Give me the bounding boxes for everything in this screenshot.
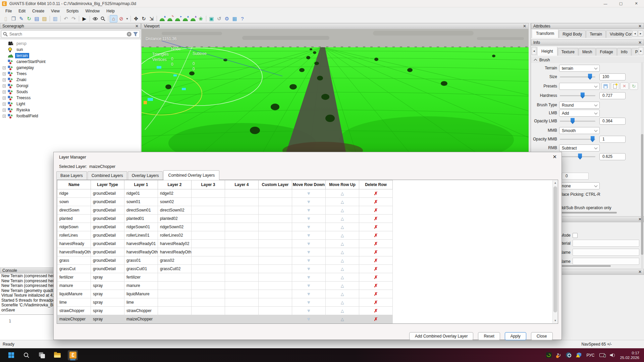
info-tab-scroll-left[interactable]: ◄ (532, 47, 536, 55)
menu-help[interactable]: Help (103, 8, 118, 14)
move-row-up-cell[interactable]: △ (326, 282, 359, 290)
tab-terrain[interactable]: Terrain (586, 30, 606, 38)
scenegraph-item-Znaki[interactable]: +Znaki (0, 77, 141, 83)
scenegraph-item-gameplay[interactable]: +gameplay (0, 65, 141, 71)
move-row-down-cell[interactable]: ▼ (292, 265, 326, 273)
move-down-icon[interactable]: ▼ (307, 283, 311, 288)
close-icon[interactable]: ✕ (135, 24, 139, 28)
scenegraph-item-persp[interactable]: persp (0, 41, 141, 47)
expander-plus-icon[interactable]: + (3, 90, 6, 94)
task-view-button[interactable] (37, 350, 47, 360)
rmb-dropdown[interactable]: Subtract (559, 144, 600, 152)
expander-plus-icon[interactable]: + (3, 115, 6, 118)
delete-row-icon[interactable]: ✗ (374, 207, 378, 213)
expander-plus-icon[interactable]: + (3, 66, 6, 69)
preset-save-button[interactable] (601, 82, 610, 90)
move-row-up-cell[interactable]: △ (326, 307, 359, 315)
move-up-icon[interactable]: △ (341, 216, 344, 221)
move-row-up-cell[interactable]: △ (326, 290, 359, 298)
table-row[interactable]: sowngroundDetailsown01sown02▼△✗ (57, 198, 393, 206)
maximize-button[interactable]: ▢ (613, 0, 629, 7)
brush-section-header[interactable]: Brush (531, 57, 644, 63)
start-button[interactable] (6, 350, 16, 360)
move-row-down-cell[interactable]: ▼ (292, 282, 326, 290)
tab-scroll-right-icon[interactable]: ► (638, 31, 643, 37)
delete-row-icon[interactable]: ✗ (374, 241, 378, 246)
terrain-dropdown[interactable]: terrain (559, 65, 600, 72)
clear-search-icon[interactable]: ✕ (127, 32, 131, 37)
scenegraph-item-Light[interactable]: +Light (0, 101, 141, 107)
no-render-icon[interactable]: ⊘ (117, 15, 125, 22)
delete-row-cell[interactable]: ✗ (359, 273, 393, 282)
move-down-icon[interactable]: ▼ (307, 241, 311, 246)
move-down-icon[interactable]: ▼ (307, 216, 311, 221)
expander-plus-icon[interactable]: + (3, 109, 6, 112)
tab-height[interactable]: Height (537, 47, 557, 56)
scenegraph-item-terrain[interactable]: terrain (0, 53, 141, 59)
move-up-icon[interactable]: △ (341, 275, 344, 280)
undo-icon[interactable]: ↶ (62, 15, 70, 22)
delete-row-icon[interactable]: ✗ (374, 216, 378, 221)
rotate-tool-icon[interactable]: ↻ (140, 15, 148, 22)
foliage-paint-icon[interactable]: ▲ (181, 15, 189, 22)
camera-home-icon[interactable]: ⌂ (110, 15, 117, 22)
move-up-icon[interactable]: △ (341, 308, 344, 313)
move-down-icon[interactable]: ▼ (307, 275, 311, 280)
scenegraph-item-footballField[interactable]: +footballField (0, 113, 141, 119)
show-icon[interactable] (91, 15, 99, 22)
tab-texture[interactable]: Texture (558, 48, 578, 56)
preset-refresh-button[interactable]: ↻ (630, 82, 638, 90)
size-input[interactable]: 100 (599, 73, 626, 80)
move-row-down-cell[interactable]: ▼ (292, 215, 326, 223)
table-row[interactable]: fertilizersprayfertilizer▼△✗ (57, 273, 393, 282)
move-up-icon[interactable]: △ (341, 292, 344, 296)
tab-combined-layers[interactable]: Combined Layers (88, 171, 127, 180)
close-icon[interactable]: ✕ (638, 270, 642, 274)
move-down-icon[interactable]: ▼ (307, 308, 311, 313)
delete-row-cell[interactable]: ✗ (359, 248, 393, 256)
preset-delete-button[interactable]: ✕ (620, 82, 629, 90)
settings-gear-icon[interactable]: ⚙ (223, 15, 231, 22)
delete-row-cell[interactable]: ✗ (359, 240, 393, 248)
scenegraph-item-Ryaska[interactable]: +Ryaska (0, 107, 141, 113)
tab-foliage[interactable]: Foliage (596, 48, 616, 56)
move-down-icon[interactable]: ▼ (307, 292, 311, 296)
minimize-button[interactable]: — (598, 0, 613, 7)
simulate-icon[interactable]: ↺ (215, 15, 223, 22)
expander-plus-icon[interactable]: + (3, 78, 6, 81)
move-row-up-cell[interactable]: △ (326, 198, 359, 206)
play-icon[interactable]: ▶ (80, 15, 88, 22)
move-down-icon[interactable]: ▼ (307, 233, 311, 238)
scenegraph-item-Dorogi[interactable]: +Dorogi (0, 83, 141, 89)
table-row[interactable]: grassgroundDetailgrass01grass02▼△✗ (57, 256, 393, 265)
delete-row-cell[interactable]: ✗ (359, 231, 393, 240)
table-row[interactable]: plantedgroundDetailplanted01planted02▼△✗ (57, 215, 393, 223)
delete-row-cell[interactable]: ✗ (359, 215, 393, 223)
opacity-mmb-input[interactable]: 1 (599, 136, 626, 143)
brush-type-dropdown[interactable]: Round (559, 102, 600, 109)
terrain-sculpt-icon[interactable]: ▲ (158, 15, 166, 22)
menu-view[interactable]: View (48, 8, 63, 14)
move-down-icon[interactable]: ▼ (307, 317, 311, 321)
delete-row-icon[interactable]: ✗ (374, 199, 378, 204)
move-up-icon[interactable]: △ (341, 225, 344, 229)
move-up-icon[interactable]: △ (341, 300, 344, 305)
scrollbar-thumb[interactable] (641, 134, 643, 255)
move-up-icon[interactable]: △ (341, 199, 344, 204)
scenegraph-item-sun[interactable]: sun (0, 47, 141, 53)
filter-funnel-icon[interactable] (133, 32, 138, 37)
move-row-down-cell[interactable]: ▼ (292, 273, 326, 282)
move-row-up-cell[interactable]: △ (326, 240, 359, 248)
delete-row-cell[interactable]: ✗ (359, 256, 393, 265)
delete-row-cell[interactable]: ✗ (359, 282, 393, 290)
tab-info[interactable]: Info (617, 48, 631, 56)
tab-rigid-body[interactable]: Rigid Body (559, 30, 586, 38)
scenegraph-item-Trees[interactable]: +Trees (0, 71, 141, 77)
move-row-up-cell[interactable]: △ (326, 231, 359, 240)
presets-dropdown[interactable] (559, 83, 600, 90)
steam-tray-icon[interactable] (566, 352, 572, 358)
table-row[interactable]: limespraylime▼△✗ (57, 298, 393, 307)
open-file-icon[interactable]: ❒ (10, 15, 17, 22)
save-icon[interactable]: ▤ (33, 15, 41, 22)
tab-procedura[interactable]: Procedura (632, 48, 638, 56)
